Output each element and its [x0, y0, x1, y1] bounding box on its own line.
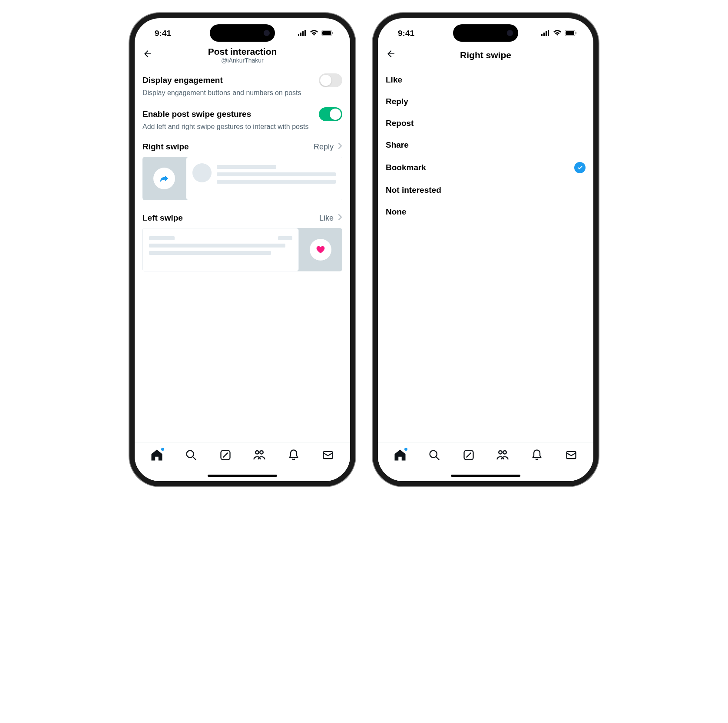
phone-right: 9:41 Right swipe LikeReplyRepostS — [373, 13, 599, 486]
battery-icon — [565, 29, 577, 38]
option-row[interactable]: Like — [386, 69, 586, 91]
svg-rect-0 — [298, 34, 299, 36]
tab-compose[interactable] — [219, 449, 232, 462]
left-swipe-value: Like — [319, 214, 334, 223]
left-swipe-row[interactable]: Left swipe Like — [142, 208, 342, 228]
svg-line-22 — [436, 457, 439, 460]
display-engagement-desc: Display engagement buttons and numbers o… — [142, 89, 342, 103]
svg-point-25 — [499, 451, 503, 454]
chevron-right-icon — [338, 214, 342, 223]
dynamic-island — [210, 24, 275, 42]
svg-line-24 — [467, 453, 470, 457]
home-notification-dot — [404, 448, 407, 451]
options-list: LikeReplyRepostShareBookmarkNot interest… — [378, 66, 593, 481]
right-swipe-label: Right swipe — [142, 142, 189, 152]
option-row[interactable]: Repost — [386, 112, 586, 134]
svg-point-11 — [256, 451, 259, 454]
display-engagement-row: Display engagement — [142, 69, 342, 89]
reply-preview-icon — [153, 168, 175, 189]
right-swipe-row[interactable]: Right swipe Reply — [142, 137, 342, 157]
display-engagement-label: Display engagement — [142, 76, 223, 85]
svg-rect-6 — [332, 32, 333, 34]
option-label: Bookmark — [386, 163, 426, 172]
chevron-right-icon — [338, 142, 342, 152]
phone-left: 9:41 Post interaction @iAnkurThakur — [129, 13, 355, 486]
enable-swipe-toggle[interactable] — [319, 107, 342, 121]
tab-search[interactable] — [185, 449, 198, 462]
svg-point-12 — [260, 451, 264, 454]
page-subtitle: @iAnkurThakur — [208, 57, 277, 64]
svg-rect-3 — [304, 30, 306, 36]
right-swipe-preview — [142, 157, 342, 200]
page-title: Right swipe — [460, 50, 511, 60]
svg-rect-5 — [322, 31, 331, 35]
tab-notifications[interactable] — [530, 449, 543, 462]
nav-header: Post interaction @iAnkurThakur — [135, 44, 350, 66]
wifi-icon — [310, 29, 318, 38]
back-button[interactable] — [386, 49, 396, 61]
tab-communities[interactable] — [496, 449, 509, 462]
enable-swipe-row: Enable post swipe gestures — [142, 103, 342, 123]
home-indicator — [451, 475, 520, 477]
tab-communities[interactable] — [253, 449, 266, 462]
left-swipe-preview — [142, 228, 342, 271]
svg-rect-1 — [300, 33, 301, 36]
tab-search[interactable] — [428, 449, 441, 462]
svg-rect-19 — [566, 31, 574, 35]
left-swipe-label: Left swipe — [142, 213, 183, 223]
dynamic-island — [453, 24, 518, 42]
option-label: Like — [386, 75, 402, 85]
right-swipe-value: Reply — [314, 142, 334, 152]
svg-rect-16 — [546, 31, 547, 36]
option-label: Reply — [386, 97, 408, 106]
svg-rect-20 — [576, 32, 576, 34]
tab-notifications[interactable] — [287, 449, 300, 462]
svg-line-10 — [223, 453, 227, 457]
svg-line-8 — [192, 457, 195, 460]
page-title: Post interaction — [208, 46, 277, 57]
tab-bar — [378, 442, 593, 481]
enable-swipe-desc: Add left and right swipe gestures to int… — [142, 123, 342, 137]
tab-bar — [135, 442, 350, 481]
home-indicator — [208, 475, 277, 477]
tab-messages[interactable] — [565, 449, 578, 462]
svg-rect-2 — [302, 31, 304, 36]
like-preview-icon — [310, 239, 331, 261]
back-button[interactable] — [142, 49, 153, 61]
option-row[interactable]: Reply — [386, 91, 586, 112]
home-notification-dot — [161, 448, 164, 451]
cellular-icon — [298, 29, 307, 38]
tab-messages[interactable] — [321, 449, 334, 462]
option-label: None — [386, 207, 407, 217]
content-area: Display engagement Display engagement bu… — [135, 66, 350, 481]
battery-icon — [321, 29, 334, 38]
option-label: Repost — [386, 119, 414, 128]
option-row[interactable]: None — [386, 201, 586, 223]
tab-compose[interactable] — [462, 449, 475, 462]
cellular-icon — [541, 29, 550, 38]
tab-home[interactable] — [150, 449, 163, 462]
display-engagement-toggle[interactable] — [319, 73, 342, 87]
option-label: Not interested — [386, 185, 441, 195]
tab-home[interactable] — [394, 449, 407, 462]
option-row[interactable]: Bookmark — [386, 156, 586, 179]
status-time: 9:41 — [398, 29, 414, 38]
option-row[interactable]: Not interested — [386, 179, 586, 201]
svg-rect-15 — [543, 33, 545, 36]
svg-rect-17 — [548, 30, 549, 36]
status-time: 9:41 — [155, 29, 171, 38]
option-row[interactable]: Share — [386, 134, 586, 156]
svg-point-26 — [503, 451, 507, 454]
svg-rect-14 — [541, 34, 543, 36]
enable-swipe-label: Enable post swipe gestures — [142, 109, 251, 119]
nav-header: Right swipe — [378, 44, 593, 66]
checkmark-icon — [574, 162, 586, 173]
wifi-icon — [553, 29, 562, 38]
option-label: Share — [386, 140, 409, 150]
